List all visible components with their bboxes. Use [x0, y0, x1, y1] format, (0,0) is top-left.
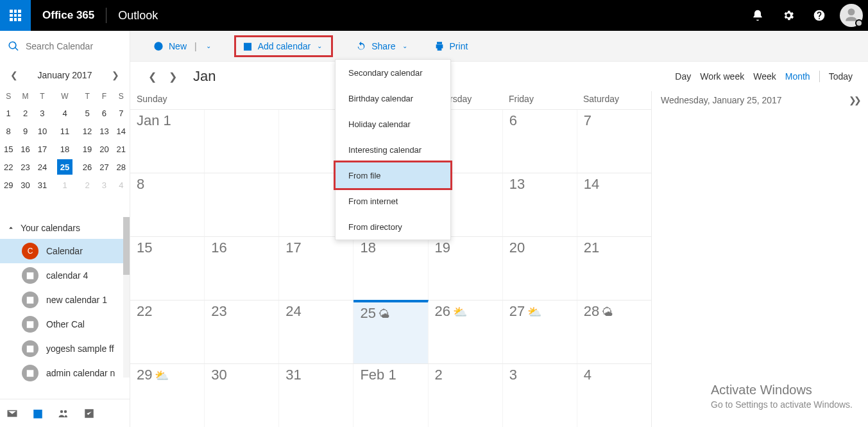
people-module-button[interactable]: [56, 406, 71, 421]
mini-day-cell[interactable]: 12: [79, 122, 96, 140]
add-calendar-menu-item[interactable]: From file: [336, 162, 450, 188]
mini-day-cell[interactable]: 2: [79, 176, 96, 194]
day-cell[interactable]: 15: [130, 237, 205, 300]
day-cell[interactable]: 19: [429, 237, 503, 300]
mini-day-cell[interactable]: 14: [113, 122, 130, 140]
calendar-list-scrollbar-thumb[interactable]: [123, 217, 130, 275]
mini-day-cell[interactable]: 2: [17, 104, 33, 122]
day-cell[interactable]: [205, 110, 279, 173]
day-cell[interactable]: 31: [279, 364, 353, 427]
user-avatar[interactable]: [840, 4, 863, 27]
mini-day-cell[interactable]: 7: [113, 104, 130, 122]
day-cell[interactable]: 24: [279, 301, 353, 363]
mini-day-cell[interactable]: 16: [17, 140, 33, 158]
mini-day-cell[interactable]: 4: [51, 104, 79, 122]
day-cell[interactable]: 6: [503, 110, 577, 173]
next-month-button[interactable]: ❯: [166, 71, 179, 83]
mini-day-cell[interactable]: 18: [51, 140, 79, 158]
add-calendar-menu-item[interactable]: Holiday calendar: [336, 111, 450, 137]
mini-day-cell[interactable]: 1: [0, 104, 17, 122]
mini-day-cell[interactable]: 23: [17, 158, 33, 176]
day-cell[interactable]: Jan 1: [130, 110, 205, 173]
help-button[interactable]: [804, 0, 835, 31]
app-launcher-button[interactable]: [0, 0, 31, 31]
day-cell[interactable]: 3: [503, 364, 577, 427]
mini-day-cell[interactable]: 27: [96, 158, 112, 176]
day-cell[interactable]: 7: [577, 110, 651, 173]
calendar-list-item[interactable]: Other Cal: [0, 312, 130, 336]
add-calendar-button[interactable]: Add calendar ⌄: [234, 35, 334, 57]
share-button[interactable]: Share ⌄: [352, 35, 411, 57]
mini-day-cell[interactable]: 10: [34, 122, 51, 140]
notifications-button[interactable]: [742, 0, 773, 31]
mini-day-cell[interactable]: 21: [113, 140, 130, 158]
tasks-module-button[interactable]: [82, 406, 96, 421]
mini-calendar[interactable]: SMTWTFS 12345678910111213141516171819202…: [0, 89, 130, 194]
calendar-module-button[interactable]: [31, 406, 45, 421]
mini-day-cell[interactable]: 31: [34, 176, 51, 194]
your-calendars-toggle[interactable]: Your calendars: [0, 217, 130, 239]
new-dropdown-button[interactable]: ⌄: [201, 35, 215, 57]
mini-day-cell[interactable]: 13: [96, 122, 112, 140]
mini-day-cell[interactable]: 5: [79, 104, 96, 122]
day-cell[interactable]: 25🌤: [353, 300, 428, 363]
add-calendar-menu-item[interactable]: Secondary calendar: [336, 60, 450, 85]
mini-day-cell[interactable]: 3: [34, 104, 51, 122]
view-option[interactable]: Work week: [700, 71, 744, 82]
mini-day-cell[interactable]: 20: [96, 140, 112, 158]
day-cell[interactable]: 14: [577, 173, 651, 236]
day-cell[interactable]: 2: [429, 364, 503, 427]
print-button[interactable]: Print: [430, 35, 472, 57]
day-cell[interactable]: 17: [279, 237, 353, 300]
collapse-agenda-button[interactable]: ❯❯: [849, 95, 859, 105]
mini-day-cell[interactable]: 3: [96, 176, 112, 194]
day-cell[interactable]: 29⛅: [130, 364, 205, 427]
mini-day-cell[interactable]: 28: [113, 158, 130, 176]
day-cell[interactable]: 26⛅: [429, 301, 503, 363]
mini-day-cell[interactable]: 6: [96, 104, 112, 122]
calendar-list-item[interactable]: CCalendar: [0, 239, 130, 263]
day-cell[interactable]: 16: [205, 237, 279, 300]
day-cell[interactable]: Feb 1: [353, 364, 428, 427]
mini-day-cell[interactable]: 1: [51, 176, 79, 194]
calendar-list-item[interactable]: new calendar 1: [0, 288, 130, 312]
calendar-list-item[interactable]: admin calendar n: [0, 361, 130, 385]
day-cell[interactable]: 30: [205, 364, 279, 427]
day-cell[interactable]: 13: [503, 173, 577, 236]
view-option[interactable]: Today: [829, 71, 853, 82]
view-option[interactable]: Week: [753, 71, 776, 82]
day-cell[interactable]: 21: [577, 237, 651, 300]
search-box[interactable]: [0, 31, 130, 62]
add-calendar-menu-item[interactable]: From directory: [336, 214, 450, 240]
calendar-list-item[interactable]: calendar 4: [0, 263, 130, 288]
day-cell[interactable]: 18: [353, 237, 428, 300]
mini-day-cell[interactable]: 26: [79, 158, 96, 176]
view-option[interactable]: Month: [785, 71, 810, 82]
add-calendar-menu-item[interactable]: From internet: [336, 188, 450, 214]
mini-day-cell[interactable]: 22: [0, 158, 17, 176]
mini-day-cell[interactable]: 15: [0, 140, 17, 158]
day-cell[interactable]: 8: [130, 173, 205, 236]
day-cell[interactable]: 23: [205, 301, 279, 363]
new-button[interactable]: New: [149, 35, 191, 57]
mini-day-cell[interactable]: 8: [0, 122, 17, 140]
mini-day-cell[interactable]: 24: [34, 158, 51, 176]
mini-day-cell[interactable]: 19: [79, 140, 96, 158]
day-cell[interactable]: 27⛅: [503, 301, 577, 363]
calendar-list-item[interactable]: yogesh sample ff: [0, 336, 130, 361]
mini-day-cell[interactable]: 17: [34, 140, 51, 158]
mini-prev-month-button[interactable]: ❮: [6, 70, 22, 80]
mini-day-cell[interactable]: 25: [51, 158, 79, 176]
view-option[interactable]: Day: [675, 71, 691, 82]
day-cell[interactable]: 4: [577, 364, 651, 427]
prev-month-button[interactable]: ❮: [146, 71, 158, 83]
day-cell[interactable]: 20: [503, 237, 577, 300]
add-calendar-menu-item[interactable]: Birthday calendar: [336, 85, 450, 111]
mini-day-cell[interactable]: 11: [51, 122, 79, 140]
settings-button[interactable]: [773, 0, 804, 31]
mini-next-month-button[interactable]: ❯: [108, 70, 123, 80]
mail-module-button[interactable]: [5, 406, 19, 421]
mini-day-cell[interactable]: 9: [17, 122, 33, 140]
mini-day-cell[interactable]: 4: [113, 176, 130, 194]
day-cell[interactable]: 22: [130, 301, 205, 363]
